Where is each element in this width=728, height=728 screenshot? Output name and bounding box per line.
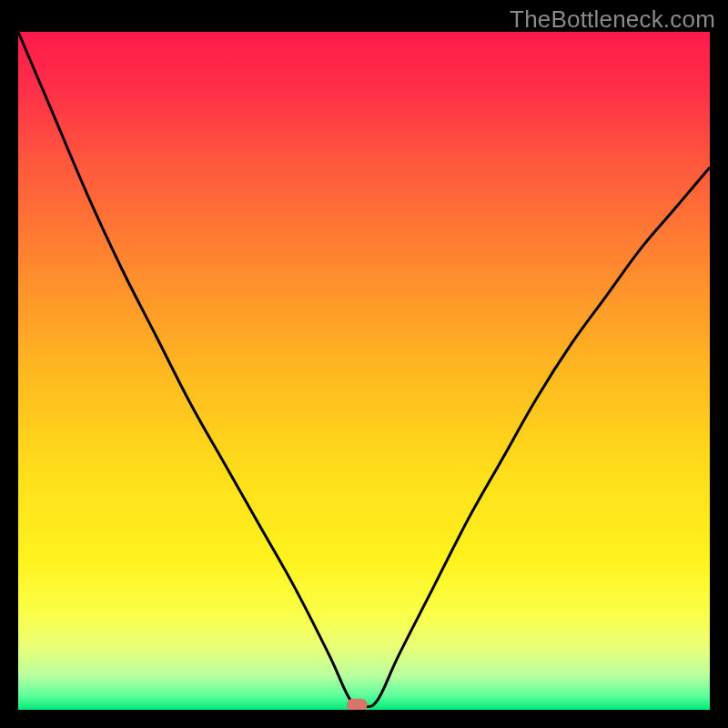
optimum-marker [347, 699, 367, 710]
chart-svg [18, 32, 710, 710]
chart-frame: TheBottleneck.com [0, 0, 728, 728]
watermark-text: TheBottleneck.com [510, 5, 715, 34]
plot-area [18, 32, 710, 710]
gradient-background [18, 32, 710, 710]
